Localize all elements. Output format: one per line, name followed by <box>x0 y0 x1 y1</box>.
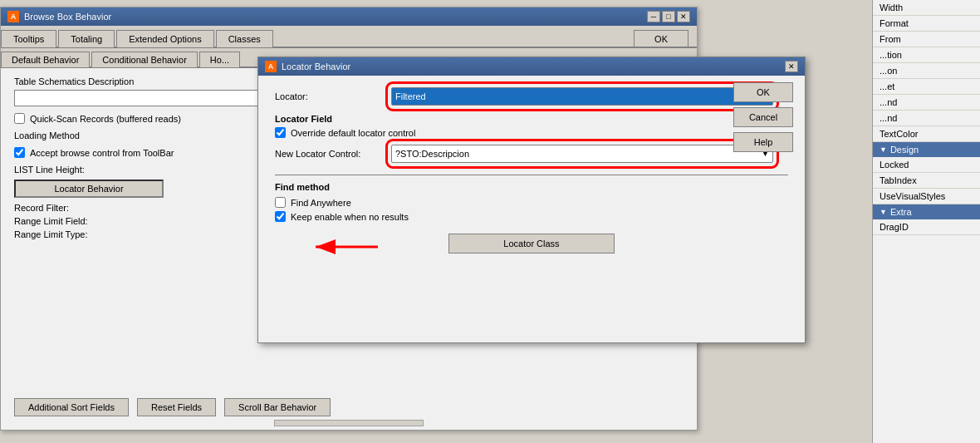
locator-row: Locator: Filtered ▼ <box>275 87 788 106</box>
keep-enable-checkbox[interactable] <box>275 211 286 222</box>
override-row: Override default locator control <box>275 127 788 138</box>
divider <box>275 175 788 175</box>
new-locator-row: New Locator Control: ?STO:Descripcion ▼ <box>275 145 788 163</box>
quick-scan-label: Quick-Scan Records (buffered reads) <box>30 114 181 124</box>
right-panel: Width Format From ...tion ...on ...et ..… <box>872 0 980 443</box>
override-checkbox[interactable] <box>275 127 286 138</box>
tab-classes[interactable]: Classes <box>216 30 273 47</box>
right-panel-format[interactable]: Format <box>873 16 980 32</box>
main-title-bar: A Browse Box Behavior ─ □ ✕ <box>1 7 697 26</box>
locator-dropdown-value: Filtered <box>395 91 426 101</box>
right-panel-locked[interactable]: Locked <box>873 157 980 173</box>
right-panel-on[interactable]: ...on <box>873 63 980 79</box>
tab-conditional-behavior[interactable]: Conditional Behavior <box>91 52 198 67</box>
bottom-buttons: Additional Sort Fields Reset Fields Scro… <box>14 398 331 416</box>
right-panel-design-section: ▼ Design <box>873 142 980 157</box>
find-anywhere-checkbox[interactable] <box>275 197 286 208</box>
tab-ho[interactable]: Ho... <box>199 52 240 67</box>
range-limit-type-label: Range Limit Type: <box>14 229 97 239</box>
locator-class-button[interactable]: Locator Class <box>448 234 615 253</box>
locator-window-controls: ✕ <box>785 61 798 72</box>
right-panel-extra-section: ▼ Extra <box>873 204 980 219</box>
right-panel-textcolor[interactable]: TextColor <box>873 126 980 142</box>
locator-cancel-button[interactable]: Cancel <box>733 107 793 127</box>
find-anywhere-row: Find Anywhere <box>275 197 788 208</box>
locator-help-button[interactable]: Help <box>733 132 793 152</box>
horizontal-scrollbar[interactable] <box>274 420 424 426</box>
right-panel-et[interactable]: ...et <box>873 79 980 95</box>
red-arrow-indicator <box>307 234 382 259</box>
locator-dropdown[interactable]: Filtered ▼ <box>391 87 773 106</box>
new-locator-value: ?STO:Descripcion <box>395 149 469 159</box>
tabs-row-1: Tooltips Totaling Extended Options Class… <box>1 26 697 48</box>
right-panel-tabindex[interactable]: TabIndex <box>873 173 980 189</box>
accept-browse-label: Accept browse control from ToolBar <box>30 148 174 158</box>
locator-behavior-tab-button[interactable]: Locator Behavior <box>14 180 164 198</box>
right-panel-from[interactable]: From <box>873 32 980 47</box>
tab-totaling[interactable]: Totaling <box>58 30 115 47</box>
extra-section-arrow: ▼ <box>880 208 887 216</box>
record-filter-label: Record Filter: <box>14 203 97 213</box>
locator-title: A Locator Behavior <box>265 61 350 72</box>
minimize-button[interactable]: ─ <box>647 11 660 22</box>
main-window-title: Browse Box Behavior <box>24 12 111 22</box>
locator-field-label: Locator: <box>275 91 391 101</box>
table-schematics-input[interactable] <box>14 90 263 106</box>
dialog-right-buttons: OK Cancel Help <box>733 82 793 152</box>
range-limit-field-label: Range Limit Field: <box>14 216 97 226</box>
locator-dialog-title: Locator Behavior <box>282 62 350 71</box>
reset-fields-button[interactable]: Reset Fields <box>137 398 216 416</box>
find-anywhere-label: Find Anywhere <box>291 198 351 208</box>
find-method-title: Find method <box>275 182 788 192</box>
locator-dialog: A Locator Behavior ✕ OK Cancel Help Loca… <box>257 57 806 343</box>
tab-extended-options[interactable]: Extended Options <box>116 30 213 47</box>
accept-browse-checkbox[interactable] <box>14 147 25 158</box>
new-locator-label: New Locator Control: <box>275 149 391 159</box>
locator-field-section: Locator Field Override default locator c… <box>275 114 788 138</box>
ok-button-main[interactable]: OK <box>634 30 688 47</box>
right-panel-nd1[interactable]: ...nd <box>873 95 980 111</box>
close-button[interactable]: ✕ <box>677 11 690 22</box>
right-panel-design-label: Design <box>890 145 919 155</box>
locator-field-title: Locator Field <box>275 114 788 124</box>
maximize-button[interactable]: □ <box>662 11 675 22</box>
find-method-section: Find method Find Anywhere Keep enable wh… <box>275 182 788 222</box>
right-panel-width[interactable]: Width <box>873 0 980 16</box>
right-panel-nd2[interactable]: ...nd <box>873 111 980 126</box>
arrow-svg <box>307 234 382 259</box>
tab-default-behavior[interactable]: Default Behavior <box>1 52 90 67</box>
right-panel-extra-label: Extra <box>890 207 912 217</box>
additional-sort-fields-button[interactable]: Additional Sort Fields <box>14 398 129 416</box>
right-panel-tion[interactable]: ...tion <box>873 47 980 63</box>
tab-tooltips[interactable]: Tooltips <box>1 30 56 47</box>
locator-app-icon: A <box>265 61 277 72</box>
scroll-bar-behavior-button[interactable]: Scroll Bar Behavior <box>224 398 331 416</box>
locator-ok-button[interactable]: OK <box>733 82 793 102</box>
override-label: Override default locator control <box>291 128 415 138</box>
window-controls: ─ □ ✕ <box>647 11 690 22</box>
right-panel-usevisualstyles[interactable]: UseVisualStyles <box>873 189 980 204</box>
design-section-arrow: ▼ <box>880 145 887 154</box>
locator-close-button[interactable]: ✕ <box>785 61 798 72</box>
keep-enable-row: Keep enable when no results <box>275 211 788 222</box>
main-title: A Browse Box Behavior <box>7 11 111 22</box>
right-panel-dragid[interactable]: DragID <box>873 219 980 235</box>
quick-scan-checkbox[interactable] <box>14 113 25 124</box>
new-locator-dropdown[interactable]: ?STO:Descripcion ▼ <box>391 145 773 163</box>
app-icon: A <box>7 11 19 22</box>
keep-enable-label: Keep enable when no results <box>291 212 409 222</box>
locator-title-bar: A Locator Behavior ✕ <box>258 57 805 76</box>
